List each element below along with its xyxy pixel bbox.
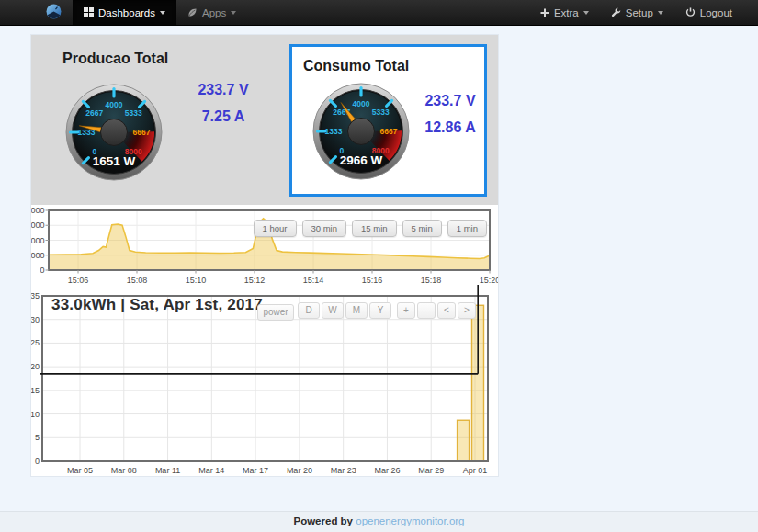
- navbar-right-menu: ExtraSetupLogout: [529, 0, 743, 25]
- svg-text:2000: 2000: [31, 251, 45, 260]
- svg-text:Mar 17: Mar 17: [243, 466, 268, 475]
- dashboard-canvas: Producao Total 0133326674000533366678000…: [31, 35, 498, 476]
- producao-voltage-value: 233.7 V: [159, 76, 288, 103]
- producao-gauge-dial: 01333266740005333666780001651 W: [63, 82, 164, 183]
- svg-text:15:20: 15:20: [480, 276, 498, 285]
- consumo-current-value: 12.86 A: [384, 114, 516, 141]
- consumo-voltage-value: 233.7 V: [384, 87, 516, 114]
- plus-icon: [540, 8, 549, 17]
- nav-item-apps[interactable]: Apps: [176, 0, 247, 25]
- zoom-out-button[interactable]: -: [417, 302, 436, 319]
- chevron-down-icon: [231, 11, 236, 15]
- energy-mode-buttons: power: [257, 302, 294, 321]
- chevron-down-icon: [160, 11, 165, 15]
- energy-interval-buttons: DWMY: [298, 302, 391, 319]
- energy-zoom-pan-buttons: +-<>: [397, 302, 476, 319]
- brand-logo[interactable]: [40, 0, 67, 25]
- svg-text:Mar 14: Mar 14: [198, 466, 224, 475]
- openenergymonitor-link[interactable]: openenergymonitor.org: [356, 515, 464, 526]
- producao-current-value: 7.25 A: [159, 103, 288, 130]
- leaf-icon: [187, 7, 198, 17]
- zoom-in-button[interactable]: +: [397, 302, 415, 319]
- svg-text:Apr 01: Apr 01: [463, 466, 488, 475]
- svg-text:15:06: 15:06: [68, 276, 89, 285]
- energy-chart-title: 33.0kWh | Sat, Apr 1st, 2017: [51, 296, 263, 314]
- svg-text:15:18: 15:18: [421, 276, 442, 285]
- svg-text:15:10: 15:10: [186, 276, 207, 285]
- energy-bar-mar-31[interactable]: [458, 420, 470, 461]
- pan-right-button[interactable]: >: [458, 302, 476, 319]
- svg-text:Mar 08: Mar 08: [111, 466, 137, 475]
- range-button-5-min[interactable]: 5 min: [402, 220, 442, 237]
- svg-text:1651 W: 1651 W: [93, 154, 136, 168]
- range-button-1-hour[interactable]: 1 hour: [254, 220, 297, 237]
- wrench-icon: [611, 7, 621, 17]
- svg-text:4000: 4000: [31, 236, 45, 245]
- svg-text:15:16: 15:16: [362, 276, 383, 285]
- interval-button-y[interactable]: Y: [369, 302, 391, 319]
- svg-text:Mar 11: Mar 11: [155, 466, 180, 475]
- svg-text:0: 0: [35, 457, 40, 466]
- nav-item-label: Setup: [626, 7, 653, 18]
- emoncms-logo-icon: [46, 4, 62, 21]
- svg-text:Mar 29: Mar 29: [418, 466, 444, 475]
- svg-text:15:08: 15:08: [127, 276, 148, 285]
- svg-text:30: 30: [31, 315, 40, 324]
- svg-text:35: 35: [31, 291, 40, 300]
- chevron-down-icon: [658, 11, 663, 15]
- range-button-1-min[interactable]: 1 min: [447, 220, 487, 237]
- nav-item-label: Apps: [202, 7, 226, 18]
- svg-text:0: 0: [40, 266, 44, 275]
- page-footer: Powered by openenergymonitor.org: [0, 511, 758, 532]
- svg-text:4000: 4000: [106, 100, 123, 109]
- svg-text:15: 15: [31, 386, 40, 395]
- svg-text:Mar 05: Mar 05: [67, 466, 93, 475]
- nav-item-label: Extra: [554, 7, 579, 18]
- interval-button-m[interactable]: M: [345, 302, 368, 319]
- interval-button-w[interactable]: W: [322, 302, 344, 319]
- producao-title: Producao Total: [62, 51, 168, 67]
- svg-text:Mar 20: Mar 20: [287, 466, 312, 475]
- chevron-down-icon: [583, 11, 589, 15]
- svg-text:6000: 6000: [31, 221, 45, 230]
- svg-text:Mar 23: Mar 23: [331, 466, 356, 475]
- feed-power-button[interactable]: power: [257, 304, 294, 321]
- nav-item-dashboards[interactable]: Dashboards: [73, 0, 176, 25]
- svg-text:8000: 8000: [31, 206, 45, 215]
- svg-text:15:12: 15:12: [244, 276, 266, 285]
- nav-item-label: Logout: [700, 7, 732, 18]
- range-button-30-min[interactable]: 30 min: [302, 220, 347, 237]
- svg-text:5333: 5333: [125, 108, 142, 118]
- svg-text:6667: 6667: [133, 128, 151, 137]
- svg-text:25: 25: [31, 338, 40, 347]
- nav-item-setup[interactable]: Setup: [600, 0, 674, 25]
- consumo-readout: 233.7 V 12.86 A: [384, 87, 516, 141]
- svg-text:Mar 26: Mar 26: [374, 466, 400, 475]
- svg-text:4000: 4000: [353, 99, 370, 108]
- emoncms-dashboard-page: DashboardsApps ExtraSetupLogout Producao…: [0, 0, 758, 532]
- svg-text:20: 20: [31, 362, 40, 371]
- powered-by-label: Powered by: [293, 515, 353, 526]
- svg-text:2667: 2667: [85, 108, 103, 118]
- svg-text:5: 5: [35, 433, 40, 442]
- nav-item-logout[interactable]: Logout: [674, 0, 743, 25]
- realtime-power-graph[interactable]: 0200040006000800015:0615:0815:1015:1215:…: [31, 205, 498, 294]
- range-button-15-min[interactable]: 15 min: [352, 220, 397, 237]
- producao-readout: 233.7 V 7.25 A: [159, 76, 288, 130]
- nav-item-extra[interactable]: Extra: [529, 0, 600, 25]
- pan-left-button[interactable]: <: [437, 302, 456, 319]
- nav-item-label: Dashboards: [98, 7, 155, 18]
- top-navbar: DashboardsApps ExtraSetupLogout: [0, 0, 758, 26]
- svg-text:10: 10: [31, 410, 40, 419]
- power-range-buttons: 1 hour30 min15 min5 min1 min: [254, 220, 487, 237]
- power-icon: [685, 7, 696, 17]
- grid-icon: [84, 7, 94, 17]
- consumo-widget-panel: Consumo Total 01333266740005333666780002…: [289, 44, 487, 197]
- svg-text:1333: 1333: [325, 127, 343, 136]
- svg-text:2966 W: 2966 W: [340, 153, 383, 167]
- svg-text:15:14: 15:14: [303, 276, 324, 285]
- navbar-left-menu: DashboardsApps: [73, 0, 247, 25]
- interval-button-d[interactable]: D: [298, 302, 320, 319]
- consumo-title: Consumo Total: [303, 58, 409, 74]
